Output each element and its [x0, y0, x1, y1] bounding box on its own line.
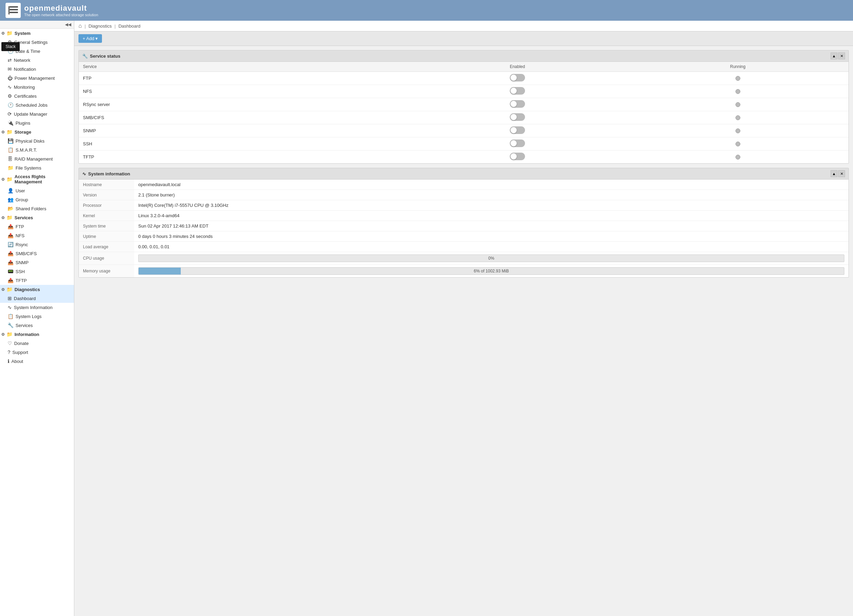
- service-running-cell: [627, 124, 848, 138]
- service-enabled-cell[interactable]: [408, 124, 627, 138]
- sidebar-item-ssh[interactable]: 📟SSH: [0, 267, 74, 276]
- sidebar-item-snmp[interactable]: 📤SNMP: [0, 258, 74, 267]
- system-info-panel: ∿ System information ▲ ✕ Hostnameopenmed…: [79, 168, 849, 278]
- enabled-toggle[interactable]: [510, 74, 525, 82]
- running-indicator: [736, 76, 740, 81]
- system-info-close-button[interactable]: ✕: [838, 170, 845, 177]
- sidebar-item-group[interactable]: 👥Group: [0, 195, 74, 204]
- group-arrow-icon: ⊙: [2, 215, 5, 220]
- sidebar-item-support[interactable]: ?Support: [0, 348, 74, 357]
- group-folder-icon: 📁: [6, 129, 12, 135]
- child-icon: 📤: [8, 278, 14, 283]
- enabled-toggle[interactable]: [510, 113, 525, 121]
- service-enabled-cell[interactable]: [408, 138, 627, 151]
- child-label: System Logs: [15, 314, 41, 319]
- breadcrumb-diagnostics[interactable]: Diagnostics: [88, 23, 112, 29]
- sidebar-item-physical-disks[interactable]: 💾Physical Disks: [0, 136, 74, 145]
- service-status-close-button[interactable]: ✕: [838, 53, 845, 59]
- add-button[interactable]: + Add ▾: [79, 34, 102, 43]
- sidebar-group-access-rights-management[interactable]: ⊙📁Access Rights Management: [0, 172, 74, 186]
- sidebar-item-file-systems[interactable]: 📁File Systems: [0, 163, 74, 172]
- sidebar-item-system-logs[interactable]: 📋System Logs: [0, 312, 74, 321]
- sidebar-item-services[interactable]: 🔧Services: [0, 321, 74, 330]
- enabled-toggle[interactable]: [510, 87, 525, 95]
- sidebar-item-donate[interactable]: ♡Donate: [0, 339, 74, 348]
- child-label: Dashboard: [14, 296, 36, 301]
- sidebar-item-certificates[interactable]: ⚙Certificates: [0, 91, 74, 100]
- child-label: Physical Disks: [15, 138, 45, 144]
- sidebar-item-update-manager[interactable]: ⟳Update Manager: [0, 109, 74, 118]
- enabled-toggle[interactable]: [510, 153, 525, 160]
- toggle-knob: [510, 127, 517, 133]
- sidebar-group-services[interactable]: ⊙📁Services: [0, 213, 74, 222]
- sidebar-item-network[interactable]: ⇄Network: [0, 56, 74, 65]
- sidebar-item-user[interactable]: 👤User: [0, 186, 74, 195]
- sidebar-collapse-button[interactable]: ◀◀: [0, 21, 74, 29]
- sidebar-item-smb-cifs[interactable]: 📤SMB/CIFS: [0, 249, 74, 258]
- info-value: Linux 3.2.0-4-amd64: [134, 210, 848, 221]
- logo-text: openmediavault The open network attached…: [24, 4, 98, 17]
- system-info-table: Hostnameopenmediavault.localVersion2.1 (…: [79, 180, 848, 277]
- enabled-toggle[interactable]: [510, 126, 525, 134]
- group-arrow-icon: ⊙: [2, 332, 5, 337]
- slack-button[interactable]: Slack: [2, 42, 20, 51]
- service-enabled-cell[interactable]: [408, 111, 627, 124]
- memory-usage-bar-cell: 6% of 1002.93 MiB: [134, 265, 848, 278]
- info-label: Uptime: [79, 232, 134, 242]
- enabled-toggle[interactable]: [510, 139, 525, 147]
- sidebar-group-information[interactable]: ⊙📁Information: [0, 330, 74, 339]
- running-indicator: [736, 155, 740, 159]
- toggle-knob: [510, 140, 517, 147]
- child-icon: ⇄: [8, 58, 12, 63]
- home-icon[interactable]: ⌂: [79, 23, 82, 29]
- group-arrow-icon: ⊙: [2, 31, 5, 36]
- sidebar-item-power-management[interactable]: ⏻Power Management: [0, 74, 74, 83]
- sidebar-item-notification[interactable]: ✉Notification: [0, 65, 74, 74]
- child-label: System Information: [14, 305, 53, 310]
- group-arrow-icon: ⊙: [2, 130, 5, 134]
- sidebar-item-dashboard[interactable]: ⊞Dashboard: [0, 294, 74, 303]
- child-label: Monitoring: [14, 85, 35, 90]
- sidebar-item-nfs[interactable]: 📤NFS: [0, 231, 74, 240]
- cpu-usage-bar-cell: 0%: [134, 252, 848, 265]
- service-enabled-cell[interactable]: [408, 98, 627, 111]
- sidebar-group-diagnostics[interactable]: ⊙📁Diagnostics: [0, 285, 74, 294]
- sidebar-group-system[interactable]: ⊙📁System: [0, 29, 74, 38]
- sidebar-item-tftp[interactable]: 📤TFTP: [0, 276, 74, 285]
- sidebar-item-rsync[interactable]: 🔄Rsync: [0, 240, 74, 249]
- sidebar-item-plugins[interactable]: 🔌Plugins: [0, 118, 74, 127]
- child-label: SSH: [15, 269, 25, 274]
- sidebar-item-system-information[interactable]: ∿System Information: [0, 303, 74, 312]
- child-icon: ♡: [8, 341, 12, 346]
- service-running-cell: [627, 151, 848, 163]
- sidebar-item-raid-management[interactable]: 🗄RAID Management: [0, 154, 74, 163]
- service-running-cell: [627, 85, 848, 98]
- child-label: SMB/CIFS: [15, 251, 36, 256]
- table-row: ProcessorIntel(R) Core(TM) i7-5557U CPU …: [79, 200, 848, 210]
- sidebar-item-about[interactable]: ℹAbout: [0, 357, 74, 366]
- sidebar-item-monitoring[interactable]: ∿Monitoring: [0, 83, 74, 91]
- service-status-collapse-button[interactable]: ▲: [830, 53, 838, 59]
- breadcrumb-dashboard[interactable]: Dashboard: [118, 23, 141, 29]
- app-header: openmediavault The open network attached…: [0, 0, 853, 21]
- sidebar-item-scheduled-jobs[interactable]: 🕐Scheduled Jobs: [0, 100, 74, 109]
- service-status-title: Service status: [90, 53, 120, 59]
- child-icon: 👤: [8, 188, 14, 193]
- service-enabled-cell[interactable]: [408, 72, 627, 85]
- service-name: RSync server: [79, 98, 408, 111]
- toggle-knob: [510, 88, 517, 94]
- cpu-progress-bar: 0%: [138, 254, 844, 262]
- child-label: SNMP: [15, 260, 29, 265]
- child-label: Update Manager: [14, 112, 47, 117]
- sidebar-item-shared-folders[interactable]: 📂Shared Folders: [0, 204, 74, 213]
- child-icon: 👥: [8, 197, 14, 202]
- system-info-collapse-button[interactable]: ▲: [830, 170, 838, 177]
- enabled-toggle[interactable]: [510, 100, 525, 108]
- logo-icon: [6, 3, 21, 18]
- service-enabled-cell[interactable]: [408, 85, 627, 98]
- sidebar-item-ftp[interactable]: 📤FTP: [0, 222, 74, 231]
- service-enabled-cell[interactable]: [408, 151, 627, 163]
- sidebar-item-s-m-a-r-t-[interactable]: 📋S.M.A.R.T.: [0, 145, 74, 154]
- sidebar-group-storage[interactable]: ⊙📁Storage: [0, 127, 74, 136]
- info-value: 0.00, 0.01, 0.01: [134, 242, 848, 252]
